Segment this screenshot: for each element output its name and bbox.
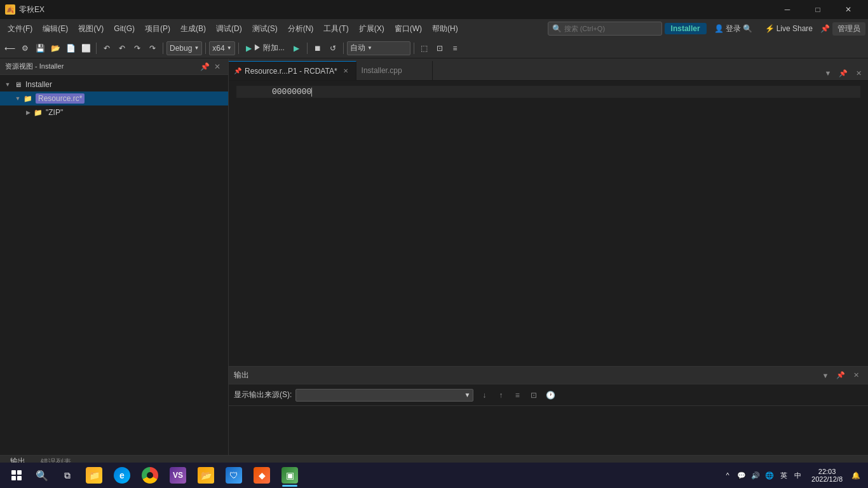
sep-6 [343,43,344,54]
sidebar-pin-btn[interactable]: 📌 [199,61,210,72]
tree-item-zip[interactable]: ▶ 📁 "ZIP" [0,105,228,119]
restart-btn[interactable]: ↺ [326,41,340,55]
login-button[interactable]: 👤 登录 🔍 [709,22,757,36]
output-btn-3[interactable]: ≡ [510,388,524,402]
taskbar-app-edge[interactable]: e [108,463,136,488]
search-box[interactable]: 🔍 [548,22,662,36]
taskbar: 🔍 ⧉ 📁 e VS 📂 🛡 ◆ [0,463,868,488]
tab-dropdown-btn[interactable]: ▼ [821,66,835,80]
run-btn[interactable]: ▶ [290,41,304,55]
notification-center[interactable]: 🔔 [848,463,864,488]
admin-button[interactable]: 管理员 [832,22,865,36]
menu-file[interactable]: 文件(F) [3,21,37,37]
save-btn[interactable]: 💾 [33,41,47,55]
sep-5 [307,43,308,54]
close-button[interactable]: ✕ [834,0,863,19]
output-btn-4[interactable]: ⊡ [527,388,541,402]
menu-view[interactable]: 视图(V) [73,21,109,37]
toolbar-btn-2[interactable]: ⚙ [18,41,32,55]
debug-dropdown-arrow: ▼ [194,45,199,51]
tray-expand[interactable]: ^ [721,469,734,482]
window-controls: ─ □ ✕ [773,0,863,19]
title-bar-title: 零秋EX [19,4,44,15]
menu-git[interactable]: Git(G) [109,22,140,36]
stop-btn[interactable]: ⏹ [311,41,325,55]
tray-lang-en[interactable]: 英 [777,469,790,482]
output-close-btn[interactable]: ✕ [849,369,863,383]
menu-debug[interactable]: 调试(D) [211,21,247,37]
tab-installer-cpp[interactable]: Installer.cpp [356,61,433,80]
back-btn[interactable]: ⟵ [3,41,17,55]
tray-volume-icon[interactable]: 🔊 [749,469,762,482]
sep-3 [205,43,206,54]
tree-item-installer[interactable]: ▼ 🖥 Installer [0,78,228,92]
output-btn-2[interactable]: ↑ [494,388,508,402]
tab-pin-right-btn[interactable]: 📌 [836,66,850,80]
taskbar-app-vs[interactable]: VS [164,463,192,488]
sep-4 [238,43,239,54]
undo-btn[interactable]: ↶ [100,41,114,55]
redo-arrow[interactable]: ↷ [146,41,159,55]
menu-tools[interactable]: 工具(T) [318,21,353,37]
toolbar-icon-2[interactable]: ⊡ [433,41,447,55]
taskbar-app-files[interactable]: 📂 [192,463,220,488]
sidebar-close-btn[interactable]: ✕ [212,61,223,72]
taskbar-app-orange[interactable]: ◆ [248,463,276,488]
menu-analyze[interactable]: 分析(N) [283,21,319,37]
taskbar-app-chrome[interactable] [136,463,164,488]
undo-arrow[interactable]: ↶ [115,41,129,55]
rect-btn[interactable]: ⬜ [79,41,93,55]
output-source-label: 显示输出来源(S): [234,390,292,400]
tab-rcdata[interactable]: 📌 Resource.r...P1 - RCDATA* ✕ [229,61,356,80]
explorer-icon: 📁 [86,467,102,484]
redo-btn[interactable]: ↷ [130,41,144,55]
task-view-button[interactable]: ⧉ [55,463,80,488]
output-btn-1[interactable]: ↓ [477,388,491,402]
tab-pin-icon: 📌 [234,67,241,74]
menu-help[interactable]: 帮助(H) [427,21,463,37]
tray-lang-cn[interactable]: 中 [791,469,804,482]
maximize-button[interactable]: □ [803,0,832,19]
toolbar: ⟵ ⚙ 💾 📂 📄 ⬜ ↶ ↶ ↷ ↷ Debug ▼ x64 ▼ ▶ ▶ 附加… [0,38,868,58]
tab-close-panel-btn[interactable]: ✕ [851,66,865,80]
menu-edit[interactable]: 编辑(E) [37,21,73,37]
platform-dropdown-arrow: ▼ [227,45,232,51]
clock[interactable]: 22:03 2022/12/8 [806,463,848,488]
menu-build[interactable]: 生成(B) [175,21,211,37]
tree-item-resource[interactable]: ▼ 📁 Resource.rc* [0,92,228,105]
start-button[interactable] [4,463,29,488]
output-source-select[interactable]: ▼ [295,389,473,402]
tab-rcdata-close[interactable]: ✕ [341,66,351,76]
app-icon: 🍂 [5,4,15,15]
system-tray: ^ 💬 🔊 🌐 英 中 [719,469,806,482]
edge-icon: e [114,467,130,484]
menu-project[interactable]: 项目(P) [140,21,175,37]
debug-config-dropdown[interactable]: Debug ▼ [166,41,202,55]
tray-chat-icon[interactable]: 💬 [735,469,748,482]
open-btn[interactable]: 📂 [48,41,62,55]
new-btn[interactable]: 📄 [64,41,78,55]
attach-button[interactable]: ▶ ▶ 附加... [242,41,288,55]
menu-extensions[interactable]: 扩展(X) [354,21,390,37]
taskbar-app-shield[interactable]: 🛡 [220,463,248,488]
tray-network-icon[interactable]: 🌐 [763,469,776,482]
output-pin-btn[interactable]: 📌 [834,369,848,383]
output-btn-5[interactable]: 🕐 [543,388,557,402]
search-input[interactable] [564,25,647,32]
live-share-button[interactable]: ⚡ Live Share [760,23,818,34]
toolbar-icon-1[interactable]: ⬚ [417,41,431,55]
output-dropdown-btn[interactable]: ▼ [818,369,832,383]
taskbar-app-active[interactable]: ▣ [276,463,304,488]
toolbar-icon-3[interactable]: ≡ [448,41,462,55]
platform-dropdown[interactable]: x64 ▼ [209,41,234,55]
taskbar-app-explorer[interactable]: 📁 [80,463,108,488]
auto-dropdown[interactable]: 自动 ▼ [347,41,410,55]
output-header: 输出 ▼ 📌 ✕ [229,367,868,384]
menu-test[interactable]: 测试(S) [247,21,283,37]
output-panel: 输出 ▼ 📌 ✕ 显示输出来源(S): ▼ ↓ ↑ ≡ ⊡ � [229,366,868,455]
editor-content[interactable]: 00000000 [229,81,868,366]
minimize-button[interactable]: ─ [773,0,802,19]
menu-window[interactable]: 窗口(W) [390,21,427,37]
taskbar-search-button[interactable]: 🔍 [29,463,55,488]
output-content[interactable] [229,406,868,455]
